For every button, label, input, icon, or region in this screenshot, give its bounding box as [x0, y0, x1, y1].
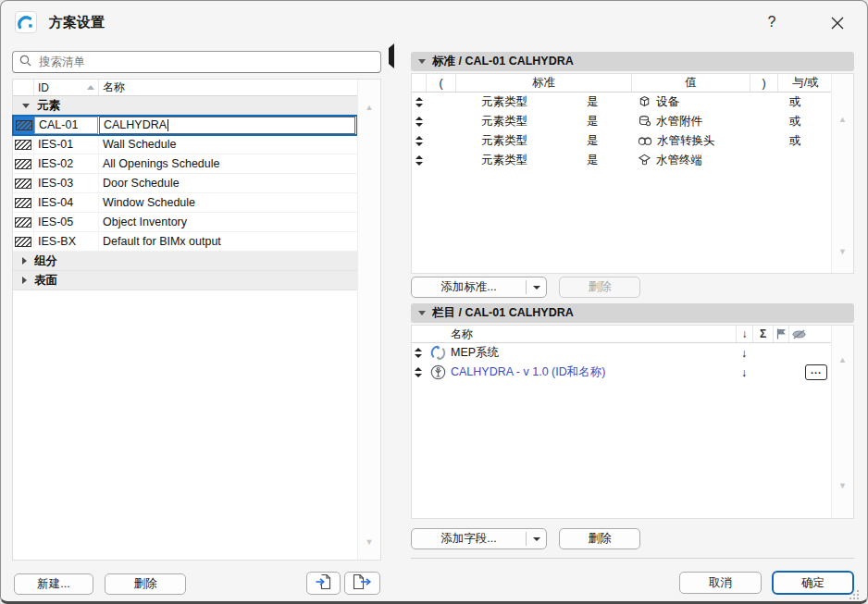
group-row-components[interactable]: 组分 [13, 252, 357, 271]
sort-ascending-icon [87, 85, 94, 90]
schedule-icon [13, 135, 34, 154]
dialog-title: 方案设置 [49, 14, 105, 31]
schedule-row[interactable]: IES-04 Window Schedule [13, 193, 357, 213]
schedule-icon [13, 174, 34, 192]
field-name-column-header[interactable]: 名称 [451, 326, 736, 342]
name-edit-field[interactable]: CALHYDRA [99, 117, 355, 134]
search-icon [19, 54, 31, 70]
import-icon [315, 573, 333, 593]
text-caret [167, 119, 168, 131]
id-column-header[interactable]: ID [34, 80, 99, 95]
equipment-icon [638, 94, 651, 111]
schedule-row[interactable]: IES-01 Wall Schedule [13, 135, 357, 154]
scroll-down-icon[interactable]: ▼ [832, 248, 853, 256]
sum-column-header[interactable]: Σ [752, 326, 773, 342]
schedule-row[interactable]: IES-03 Door Schedule [13, 174, 357, 193]
field-options-button[interactable]: ... [805, 364, 827, 380]
reorder-handle-icon[interactable] [412, 367, 425, 377]
add-field-button[interactable]: 添加字段... [411, 528, 547, 549]
help-button[interactable]: ? [762, 11, 782, 33]
criteria-row[interactable]: 元素类型 是 水管转换头 或 [412, 131, 831, 151]
ok-button[interactable]: 确定 [772, 571, 854, 595]
flag-icon[interactable] [773, 326, 788, 342]
group-row-elements[interactable]: 元素 [13, 96, 357, 116]
hidden-eye-icon[interactable] [788, 326, 808, 342]
collapse-icon [418, 59, 426, 64]
property-tree-icon [425, 364, 451, 380]
fields-table: 名称 ↓ Σ MEP系统 ↓ CAL [411, 325, 854, 519]
criteria-table-header: ( 标准 值 ) 与/或 [412, 74, 831, 92]
criteria-row[interactable]: 元素类型 是 设备 或 [412, 92, 831, 112]
delete-criteria-button: 删除 [559, 277, 640, 298]
reorder-handle-icon[interactable] [412, 97, 427, 107]
schedule-icon [13, 116, 34, 134]
scroll-up-icon[interactable]: ▲ [832, 356, 853, 364]
criteria-column-header[interactable]: 标准 [456, 74, 632, 92]
collapse-icon [418, 311, 426, 315]
scroll-down-icon[interactable]: ▼ [358, 538, 380, 547]
schedule-row-selected[interactable]: CAL-01 CALHYDRA [13, 116, 357, 135]
export-button[interactable] [344, 572, 380, 595]
close-icon[interactable] [825, 12, 849, 34]
scrollbar[interactable]: ▲ ▼ [831, 74, 853, 273]
import-button[interactable] [306, 572, 341, 595]
reorder-handle-icon[interactable] [412, 117, 427, 127]
schedule-list: ID 名称 元素 CAL-01 CALHYDRA IES-01 Wall Sch… [12, 79, 381, 561]
schedule-icon [13, 154, 34, 173]
collapsed-icon [22, 257, 27, 265]
fields-panel-header[interactable]: 栏目 / CAL-01 CALHYDRA [411, 303, 854, 323]
icon-column-header [13, 80, 34, 95]
schedule-icon [13, 193, 34, 212]
dropdown-arrow-icon[interactable] [527, 537, 546, 541]
pipe-transition-icon [638, 133, 652, 150]
add-criteria-button[interactable]: 添加标准... [411, 277, 547, 298]
close-paren-column-header[interactable]: ) [750, 74, 778, 92]
dropdown-arrow-icon[interactable] [527, 286, 546, 290]
schedule-icon [13, 232, 34, 251]
field-row[interactable]: CALHYDRA - v 1.0 (ID和名称) ↓ ... [412, 363, 831, 382]
reorder-handle-icon[interactable] [412, 348, 425, 358]
app-logo-icon [15, 11, 37, 33]
scrollbar[interactable]: ▲ ▼ [831, 326, 853, 518]
field-row[interactable]: MEP系统 ↓ [412, 343, 831, 363]
footer-separator [411, 558, 854, 559]
value-column-header[interactable]: 值 [632, 74, 750, 92]
search-box[interactable] [12, 51, 381, 73]
pipe-terminal-icon [638, 153, 651, 169]
sort-column-header[interactable]: ↓ [736, 326, 752, 342]
schedule-list-header: ID 名称 [13, 80, 357, 96]
new-button[interactable]: 新建... [14, 573, 93, 595]
delete-field-button[interactable]: 删除 [559, 528, 640, 549]
expanded-icon [22, 104, 30, 108]
scheme-settings-dialog: 方案设置 ? ID 名称 元素 CAL-01 CALH [0, 0, 868, 604]
resize-grip[interactable] [849, 587, 860, 604]
scroll-down-icon[interactable]: ▼ [832, 482, 853, 490]
and-or-column-header[interactable]: 与/或 [778, 74, 833, 92]
reorder-handle-icon[interactable] [412, 155, 427, 166]
delete-schedule-button[interactable]: 删除 [105, 573, 186, 595]
criteria-row[interactable]: 元素类型 是 水管终端 [412, 151, 831, 170]
scrollbar[interactable]: ▲ ▼ [357, 80, 380, 560]
criteria-panel-header[interactable]: 标准 / CAL-01 CALHYDRA [411, 52, 854, 71]
schedule-row[interactable]: IES-02 All Openings Schedule [13, 154, 357, 174]
cancel-button[interactable]: 取消 [679, 572, 762, 594]
collapsed-icon [22, 277, 27, 284]
id-cell-editable[interactable]: CAL-01 [34, 117, 98, 134]
name-column-header[interactable]: 名称 [99, 80, 357, 95]
open-paren-column-header[interactable]: ( [427, 74, 456, 92]
schedule-row[interactable]: IES-05 Object Inventory [13, 213, 357, 232]
schedule-row[interactable]: IES-BX Default for BIMx output [13, 232, 357, 252]
fields-table-header: 名称 ↓ Σ [412, 326, 831, 343]
scroll-up-icon[interactable]: ▲ [358, 104, 380, 112]
schedule-icon [13, 213, 34, 231]
criteria-row[interactable]: 元素类型 是 水管附件 或 [412, 112, 831, 131]
reorder-handle-icon[interactable] [412, 136, 427, 146]
export-icon [353, 573, 372, 593]
group-row-surfaces[interactable]: 表面 [13, 271, 357, 290]
mep-system-icon [425, 345, 451, 361]
search-input[interactable] [37, 55, 374, 69]
scroll-up-icon[interactable]: ▲ [832, 116, 853, 124]
pipe-fitting-icon [638, 114, 651, 130]
criteria-table: ( 标准 值 ) 与/或 元素类型 是 设备 或 [411, 73, 854, 274]
panel-splitter-icon[interactable] [389, 48, 394, 65]
